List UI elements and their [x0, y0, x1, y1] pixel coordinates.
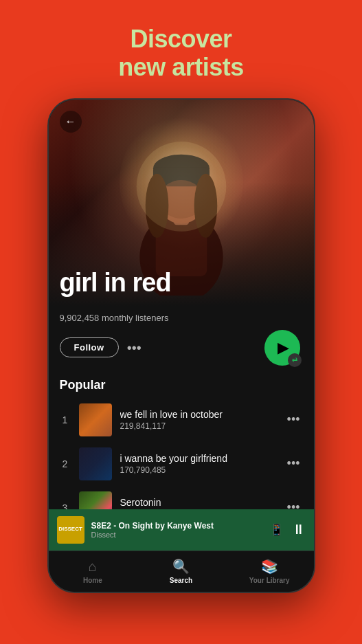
artist-name: girl in red [60, 268, 171, 298]
back-arrow-icon: ← [65, 116, 76, 127]
nav-item-home[interactable]: ⌂ Home [49, 553, 137, 590]
artist-actions: Follow ••• ▶ ⇄ [60, 330, 303, 366]
popular-section: Popular 1 we fell in love in october 219… [49, 375, 314, 530]
now-playing-info: S8E2 - On Sight by Kanye West Dissect [91, 521, 263, 539]
back-button[interactable]: ← [60, 111, 82, 133]
now-playing-controls: 📱 ⏸ [270, 522, 306, 537]
now-playing-bar[interactable]: DISSECT S8E2 - On Sight by Kanye West Di… [49, 509, 314, 551]
now-playing-artwork: DISSECT [57, 516, 84, 544]
track-more-button[interactable]: ••• [284, 454, 303, 474]
table-row[interactable]: 1 we fell in love in october 219,841,117… [60, 398, 303, 442]
now-playing-title: S8E2 - On Sight by Kanye West [91, 521, 263, 531]
pause-button[interactable]: ⏸ [292, 522, 306, 537]
track-artwork [79, 403, 112, 436]
track-artwork [79, 447, 112, 480]
track-plays: 219,841,117 [120, 421, 276, 431]
table-row[interactable]: 2 i wanna be your girlfriend 170,790,485… [60, 442, 303, 486]
track-title: Serotonin [120, 497, 276, 508]
track-more-button[interactable]: ••• [284, 410, 303, 430]
play-icon: ▶ [278, 339, 289, 357]
more-options-button[interactable]: ••• [127, 341, 142, 355]
monthly-listeners: 9,902,458 monthly listeners [60, 313, 303, 323]
track-plays: 170,790,485 [120, 465, 276, 475]
track-info: we fell in love in october 219,841,117 [120, 409, 276, 431]
artist-hero: ← girl in red [49, 100, 314, 306]
artist-info-section: 9,902,458 monthly listeners Follow ••• ▶… [49, 306, 314, 366]
page-title: Discover new artists [104, 0, 258, 98]
follow-button[interactable]: Follow [60, 337, 119, 357]
svg-point-9 [136, 142, 226, 232]
nav-item-library[interactable]: 📚 Your Library [225, 553, 314, 590]
track-title: we fell in love in october [120, 409, 276, 420]
artist-image [113, 103, 250, 296]
shuffle-icon: ⇄ [292, 356, 297, 364]
now-playing-artist: Dissect [91, 531, 263, 539]
home-icon: ⌂ [89, 559, 97, 575]
track-title: i wanna be your girlfriend [120, 453, 276, 464]
popular-title: Popular [60, 378, 303, 392]
nav-label-home: Home [83, 577, 102, 584]
search-icon: 🔍 [172, 558, 190, 575]
nav-label-library: Your Library [249, 577, 290, 584]
track-number: 2 [60, 458, 71, 469]
now-playing-art-text: DISSECT [58, 526, 82, 533]
phone-frame: ← girl in red 9,902,458 monthly listener… [47, 98, 315, 593]
bottom-nav: ⌂ Home 🔍 Search 📚 Your Library [49, 551, 314, 592]
track-number: 1 [60, 414, 71, 425]
play-button[interactable]: ▶ ⇄ [264, 330, 300, 366]
track-info: i wanna be your girlfriend 170,790,485 [120, 453, 276, 475]
nav-label-search: Search [170, 577, 192, 584]
shuffle-button[interactable]: ⇄ [288, 353, 302, 367]
device-icon[interactable]: 📱 [270, 523, 284, 536]
nav-item-search[interactable]: 🔍 Search [137, 553, 225, 590]
library-icon: 📚 [261, 558, 278, 575]
